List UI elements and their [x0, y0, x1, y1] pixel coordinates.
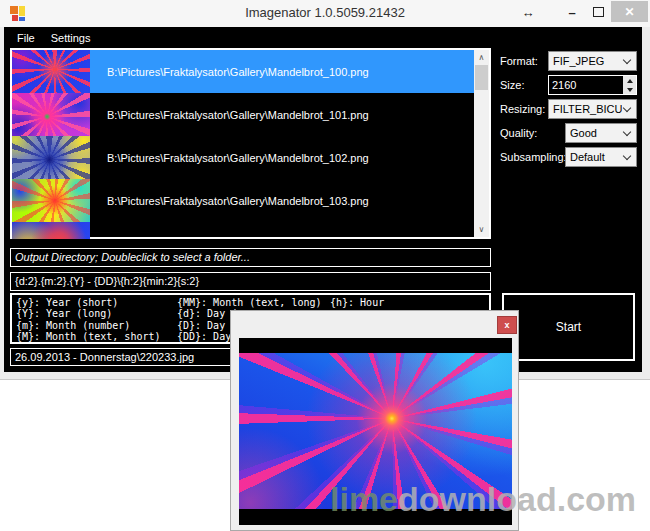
- maximize-button[interactable]: [586, 0, 610, 24]
- stepper-down-button[interactable]: [623, 85, 636, 94]
- start-button[interactable]: Start: [502, 293, 635, 361]
- file-path: B:\Pictures\Fraktalysator\Gallery\Mandel…: [90, 152, 369, 164]
- help-entry: {y}: Year (short): [16, 297, 177, 308]
- help-entry: {M}: Month (text, short): [16, 331, 177, 342]
- chevron-down-icon: [623, 151, 631, 159]
- fractal-thumbnail: [12, 179, 90, 222]
- subsampling-label: Subsampling:: [500, 151, 567, 163]
- chevron-down-icon: [623, 127, 631, 135]
- fractal-thumbnail: [12, 222, 90, 239]
- minimize-button[interactable]: –: [560, 0, 584, 24]
- watermark-part2: download.com: [398, 480, 636, 518]
- preview-close-button[interactable]: x: [497, 316, 517, 334]
- screen: Imagenator 1.0.5059.21432 ↔ – ✕ File Set…: [0, 0, 650, 531]
- resizing-value: FILTER_BICUBI: [553, 103, 622, 115]
- quality-label: Quality:: [500, 127, 537, 139]
- resize-arrows-icon[interactable]: ↔: [515, 0, 541, 24]
- format-label: Format:: [500, 55, 538, 67]
- menubar: File Settings: [4, 27, 642, 48]
- list-item[interactable]: B:\Pictures\Fraktalysator\Gallery\Mandel…: [12, 136, 474, 179]
- filename-pattern-field[interactable]: {d:2}.{m:2}.{Y} - {DD}\{h:2}{min:2}{s:2}: [10, 272, 491, 291]
- menu-settings[interactable]: Settings: [43, 32, 99, 44]
- triangle-down-icon: [627, 88, 633, 92]
- resizing-label: Resizing:: [500, 103, 545, 115]
- stepper-buttons: [623, 76, 636, 94]
- close-button[interactable]: ✕: [611, 1, 648, 22]
- file-path: B:\Pictures\Fraktalysator\Gallery\Mandel…: [90, 109, 369, 121]
- size-value: 2160: [549, 79, 623, 91]
- help-entry: {MM}: Month (text, long): [177, 297, 330, 308]
- file-path: B:\Pictures\Fraktalysator\Gallery\Mandel…: [90, 66, 369, 78]
- size-label: Size:: [500, 79, 524, 91]
- list-scrollbar[interactable]: ∧ ∨: [474, 50, 489, 237]
- watermark: limedownload.com: [330, 480, 636, 519]
- subsampling-value: Default: [570, 151, 622, 163]
- preview-titlebar[interactable]: [231, 311, 518, 338]
- triangle-up-icon: [627, 79, 633, 83]
- list-item[interactable]: B:\Pictures\Fraktalysator\Gallery\Mandel…: [12, 93, 474, 136]
- size-stepper[interactable]: 2160: [548, 75, 637, 95]
- help-entry: {m}: Month (number): [16, 320, 177, 331]
- help-entry: {Y}: Year (long): [16, 308, 177, 319]
- help-entry: {h}: Hour: [330, 297, 489, 308]
- file-listbox: B:\Pictures\Fraktalysator\Gallery\Mandel…: [10, 48, 491, 239]
- fractal-thumbnail: [12, 93, 90, 136]
- chevron-down-icon: [623, 103, 631, 111]
- stepper-up-button[interactable]: [623, 76, 636, 85]
- quality-value: Good: [570, 127, 622, 139]
- fractal-thumbnail: [12, 136, 90, 179]
- list-item[interactable]: B:\Pictures\Fraktalysator\Gallery\Mandel…: [12, 50, 474, 93]
- format-dropdown[interactable]: FIF_JPEG: [548, 51, 637, 71]
- fractal-thumbnail: [12, 50, 90, 93]
- subsampling-dropdown[interactable]: Default: [565, 147, 637, 167]
- menu-file[interactable]: File: [9, 32, 43, 44]
- watermark-part1: lime: [330, 480, 398, 518]
- chevron-down-icon: [623, 55, 631, 63]
- maximize-icon: [593, 7, 604, 17]
- scrollbar-thumb[interactable]: [475, 65, 488, 90]
- window-title: Imagenator 1.0.5059.21432: [0, 5, 650, 20]
- resizing-dropdown[interactable]: FILTER_BICUBI: [548, 99, 637, 119]
- scroll-down-icon[interactable]: ∨: [474, 222, 489, 237]
- output-directory-field[interactable]: Output Directory; Doubleclick to select …: [10, 248, 491, 267]
- format-value: FIF_JPEG: [553, 55, 622, 67]
- list-item[interactable]: B:\Pictures\Fraktalysator\Gallery\Mandel…: [12, 179, 474, 222]
- quality-dropdown[interactable]: Good: [565, 123, 637, 143]
- list-item-partial[interactable]: [12, 222, 474, 239]
- titlebar[interactable]: Imagenator 1.0.5059.21432 ↔ – ✕: [0, 0, 650, 27]
- scroll-up-icon[interactable]: ∧: [474, 50, 489, 65]
- file-path: B:\Pictures\Fraktalysator\Gallery\Mandel…: [90, 195, 369, 207]
